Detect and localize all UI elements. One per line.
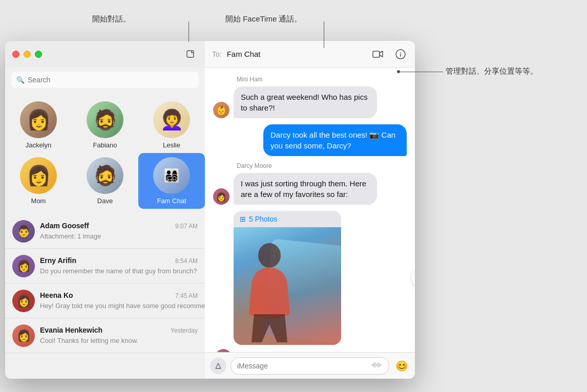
info-button[interactable] xyxy=(393,47,408,61)
svg-point-4 xyxy=(258,243,281,268)
conv-content: Adam Gooseff 9:07 AM Attachment: 1 image xyxy=(40,222,198,241)
pinned-grid: 👩 Jackelyn 🧔 Fabiano 👩‍🦱 Leslie 👩 xyxy=(5,92,205,214)
pinned-fabiano-label: Fabiano xyxy=(93,141,117,149)
avatar: 👩 xyxy=(12,290,35,312)
emoji-button[interactable]: 😊 xyxy=(393,358,410,374)
conv-preview: Hey! Gray told me you might have some go… xyxy=(40,302,205,310)
pinned-dave[interactable]: 🧔 Dave xyxy=(72,153,138,209)
conv-name: Adam Gooseff xyxy=(40,222,89,230)
fullscreen-button[interactable] xyxy=(35,51,42,58)
photos-card: ⊞ 5 Photos xyxy=(234,211,407,345)
conv-time: 7:45 AM xyxy=(175,292,198,299)
pinned-jackelyn[interactable]: 👩 Jackelyn xyxy=(5,97,72,153)
chat-recipient: Fam Chat xyxy=(227,50,366,58)
search-input[interactable] xyxy=(28,76,194,84)
pinned-leslie[interactable]: 👩‍🦱 Leslie xyxy=(138,97,205,153)
conv-time: 9:07 AM xyxy=(175,223,198,230)
app-store-button[interactable] xyxy=(210,358,226,374)
msg-avatar: 👶 xyxy=(213,102,229,118)
photos-label: ⊞ 5 Photos xyxy=(234,211,341,227)
audio-waveform-icon xyxy=(371,361,383,370)
share-button[interactable] xyxy=(412,269,415,287)
facetime-button[interactable] xyxy=(371,47,385,61)
conv-header: Erny Arifin 8:54 AM xyxy=(40,256,198,265)
chat-to-label: To: xyxy=(212,50,222,58)
message-row: 👶 Such a great weekend! Who has pics to … xyxy=(213,86,407,118)
input-field-wrapper[interactable] xyxy=(230,357,389,375)
pinned-jackelyn-label: Jackelyn xyxy=(26,141,52,149)
sidebar: 🔍 👩 Jackelyn 🧔 Fabiano 👩‍🦱 xyxy=(5,41,205,379)
conv-content: Heena Ko 7:45 AM Hey! Gray told me you m… xyxy=(40,291,198,310)
avatar-mom: 👩 xyxy=(20,157,57,194)
message-group: Darcy took all the best ones! 📷 Can you … xyxy=(213,124,407,156)
pinned-mom[interactable]: 👩 Mom xyxy=(5,153,72,209)
person-silhouette xyxy=(244,243,295,345)
compose-button[interactable] xyxy=(183,47,198,61)
svg-rect-1 xyxy=(373,51,380,57)
message-row: 👩 I was just sorting through them. Here … xyxy=(213,173,407,205)
chat-header: To: Fam Chat xyxy=(205,41,415,68)
conv-header: Adam Gooseff 9:07 AM xyxy=(40,222,198,230)
message-bubble: Such a great weekend! Who has pics to sh… xyxy=(234,86,377,118)
sidebar-titlebar xyxy=(5,41,205,68)
annotation-facetime: 開始 FaceTime 通話。 xyxy=(225,14,302,24)
app-window: 🔍 👩 Jackelyn 🧔 Fabiano 👩‍🦱 xyxy=(5,41,415,379)
message-row: Darcy took all the best ones! 📷 Can you … xyxy=(213,124,407,156)
pinned-mom-label: Mom xyxy=(31,197,46,205)
conv-name: Erny Arifin xyxy=(40,256,76,265)
list-item[interactable]: 👩 Erny Arifin 8:54 AM Do you remember th… xyxy=(5,249,205,284)
conv-time: Yesterday xyxy=(171,327,198,334)
annotation-start-conversation: 開始對話。 xyxy=(92,14,131,24)
avatar-famchat: 👨‍👩‍👧‍👦 xyxy=(153,157,190,194)
conv-preview: Attachment: 1 image xyxy=(40,232,101,240)
conv-header: Evania Henkewich Yesterday xyxy=(40,326,198,334)
conv-name: Heena Ko xyxy=(40,291,73,299)
annotation-manage: 管理對話、分享位置等等。 xyxy=(446,67,538,76)
svg-rect-0 xyxy=(187,51,194,57)
pinned-fabiano[interactable]: 🧔 Fabiano xyxy=(72,97,138,153)
message-bubble: Darcy took all the best ones! 📷 Can you … xyxy=(263,124,407,156)
search-bar[interactable]: 🔍 xyxy=(11,72,199,88)
traffic-lights xyxy=(12,51,42,58)
chat-panel: To: Fam Chat xyxy=(205,41,415,379)
msg-avatar: 👩 xyxy=(213,188,229,205)
conv-time: 8:54 AM xyxy=(175,257,198,265)
pinned-dave-label: Dave xyxy=(97,197,113,205)
pinned-famchat-label: Fam Chat xyxy=(157,197,186,205)
avatar: 👨 xyxy=(12,220,35,243)
pinned-famchat[interactable]: 👨‍👩‍👧‍👦 Fam Chat xyxy=(138,153,205,209)
conv-content: Evania Henkewich Yesterday Cool! Thanks … xyxy=(40,326,198,345)
avatar-dave: 🧔 xyxy=(87,157,123,194)
photo-placeholder xyxy=(234,227,341,345)
message-group: Mini Ham 👶 Such a great weekend! Who has… xyxy=(213,76,407,118)
sender-name: Darcy Moore xyxy=(237,162,407,169)
conv-header: Heena Ko 7:45 AM xyxy=(40,291,198,299)
minimize-button[interactable] xyxy=(24,51,31,58)
message-bubble: I was just sorting through them. Here ar… xyxy=(234,173,377,205)
pinned-leslie-label: Leslie xyxy=(163,141,180,149)
avatar-fabiano: 🧔 xyxy=(87,101,123,138)
search-icon: 🔍 xyxy=(16,76,25,84)
avatar-jackelyn: 👩 xyxy=(20,101,57,138)
annotation-line-start-conv xyxy=(188,21,189,42)
messages-area: Mini Ham 👶 Such a great weekend! Who has… xyxy=(205,68,415,352)
svg-point-3 xyxy=(400,52,401,53)
list-item[interactable]: 👨 Adam Gooseff 9:07 AM Attachment: 1 ima… xyxy=(5,214,205,249)
conversation-list: 👨 Adam Gooseff 9:07 AM Attachment: 1 ima… xyxy=(5,214,205,379)
photos-grid-icon: ⊞ xyxy=(240,215,246,223)
conv-preview: Cool! Thanks for letting me know. xyxy=(40,337,138,344)
message-input[interactable] xyxy=(237,362,367,370)
message-group: Darcy Moore 👩 I was just sorting through… xyxy=(213,162,407,352)
photos-count: 5 Photos xyxy=(249,215,277,223)
avatar: 👩 xyxy=(12,324,35,347)
conv-preview: Do you remember the name of that guy fro… xyxy=(40,267,197,275)
avatar: 👩 xyxy=(12,255,35,277)
conv-name: Evania Henkewich xyxy=(40,326,102,334)
chat-actions xyxy=(371,47,408,61)
list-item[interactable]: 👩 Heena Ko 7:45 AM Hey! Gray told me you… xyxy=(5,284,205,318)
sender-name: Mini Ham xyxy=(237,76,407,83)
avatar-leslie: 👩‍🦱 xyxy=(153,101,190,138)
list-item[interactable]: 👩 Evania Henkewich Yesterday Cool! Thank… xyxy=(5,318,205,353)
close-button[interactable] xyxy=(12,51,19,58)
input-bar: 😊 xyxy=(205,352,415,379)
